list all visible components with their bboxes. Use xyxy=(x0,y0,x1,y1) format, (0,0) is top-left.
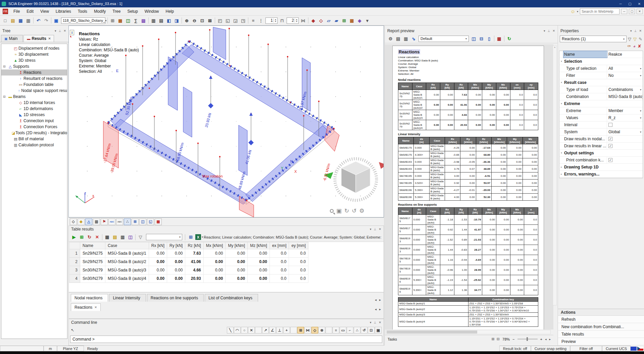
cell[interactable]: 41.06 xyxy=(185,258,203,266)
regenerate-icon[interactable]: ↻ xyxy=(86,233,93,241)
clipboard-icon[interactable]: ⊞ xyxy=(109,17,116,24)
zoom-in-icon[interactable]: ⊕ xyxy=(183,17,191,24)
cell[interactable]: 4 xyxy=(69,274,80,283)
snap-perpendicular-icon[interactable]: ⊥ xyxy=(276,327,283,334)
table-composer-icon[interactable]: ⊞ xyxy=(132,218,139,225)
property-row[interactable]: Draw results in nodal... xyxy=(559,136,643,143)
collapse-icon[interactable]: ▾ xyxy=(544,29,545,33)
menu-item[interactable]: Tree xyxy=(109,8,124,15)
menu-item[interactable]: File xyxy=(10,8,23,15)
cell[interactable]: 0.0 xyxy=(269,274,289,283)
collapse-icon[interactable]: ▾ xyxy=(55,29,56,33)
property-row[interactable]: ▸ Drawing Setup 1D xyxy=(559,164,643,171)
filter-icon[interactable]: ▽ xyxy=(137,233,144,241)
undo-icon[interactable]: ↶ xyxy=(35,17,42,24)
menu-item[interactable]: Setup xyxy=(124,8,141,15)
group-expander-icon[interactable] xyxy=(559,157,563,163)
tree-item[interactable]: ↥ Connection input xyxy=(1,118,67,124)
excel-export-icon[interactable]: X xyxy=(195,234,201,240)
rotate-view-icon[interactable]: ↻ xyxy=(344,207,349,214)
cell[interactable]: 0.00 xyxy=(248,249,270,258)
group-expander-icon[interactable]: ▾ xyxy=(559,100,563,107)
tree-item[interactable]: ◪ Tools (2D results) - Integratio xyxy=(1,130,67,136)
wireframe-icon[interactable]: ◇ xyxy=(70,218,77,225)
action-row[interactable]: New combination from Combinati... xyxy=(558,323,644,331)
filter-cell[interactable]: Filter off xyxy=(570,346,602,351)
dropdown-arrow-icon[interactable]: ▾ xyxy=(639,116,641,119)
cell[interactable]: Sn30/N279 xyxy=(80,274,105,283)
property-value[interactable]: R_z ▾ xyxy=(607,114,643,121)
polyline-icon[interactable]: ⌐ xyxy=(347,327,353,334)
tree-item[interactable]: ↑ Nodal space support resu xyxy=(1,88,67,94)
cell[interactable]: 0.00 xyxy=(167,274,185,283)
cell[interactable]: 0.00 xyxy=(248,258,270,266)
table-filter-combo[interactable]: ▾ xyxy=(146,234,182,240)
tasks-label[interactable]: Tasks xyxy=(388,337,397,341)
tree-item[interactable]: ▲ 3D stress xyxy=(1,57,67,63)
cell[interactable]: 0.0 xyxy=(269,266,289,274)
property-row[interactable]: ▸ Errors, warnings... xyxy=(559,171,643,178)
dropdown-arrow-icon[interactable]: ▾ xyxy=(639,131,641,134)
tree-item[interactable]: ▤ Bill of material xyxy=(1,136,67,142)
collapse-icon[interactable]: ▾ xyxy=(370,321,371,324)
menu-item[interactable]: Help xyxy=(162,8,178,15)
zoom-window-icon[interactable]: ⊡ xyxy=(198,17,206,24)
snap-cross-icon[interactable]: ✕ xyxy=(248,327,255,334)
cell[interactable]: 7.63 xyxy=(185,249,203,258)
load-case-spinner[interactable]: 2▲▼ xyxy=(287,17,299,24)
tree-item[interactable]: ◇ 1D internal forces xyxy=(1,100,67,106)
toolbar-icon[interactable] xyxy=(247,17,249,24)
zoom-slider[interactable] xyxy=(517,339,538,340)
fit-width-icon[interactable]: ◫ xyxy=(470,35,478,43)
group-expander-icon[interactable] xyxy=(559,72,563,79)
cell[interactable]: 0.00 xyxy=(226,249,248,258)
table-tool-icon[interactable] xyxy=(134,233,137,241)
report-vertical-scrollbar[interactable]: ˄ xyxy=(553,46,557,305)
excel-dropdown-icon[interactable]: ▾ xyxy=(202,236,203,239)
property-row[interactable]: Draw results in linear ... xyxy=(559,143,643,150)
group-expander-icon[interactable] xyxy=(559,51,563,58)
project-browser-icon[interactable]: ▣ xyxy=(52,17,60,24)
report-tool-icon[interactable] xyxy=(503,35,505,43)
cell[interactable]: 0.0 xyxy=(269,249,289,258)
menu-item[interactable]: Libraries xyxy=(52,8,75,15)
snap-icon[interactable] xyxy=(290,327,297,334)
cell[interactable]: 0.0 xyxy=(289,249,308,258)
group-expander-icon[interactable] xyxy=(559,65,563,72)
results-settings-icon[interactable]: ◇ xyxy=(317,17,325,24)
group-expander-icon[interactable] xyxy=(559,129,563,135)
property-row[interactable]: ▾ Result case xyxy=(559,79,643,86)
pin-icon[interactable]: ⊥ xyxy=(634,29,637,33)
cell[interactable]: 0.0 xyxy=(289,266,308,274)
calculation-icon[interactable]: ∑ xyxy=(132,17,140,24)
menu-item[interactable]: Modify xyxy=(91,8,109,15)
doc-minimize-button[interactable]: ─ xyxy=(621,9,627,14)
cell[interactable]: Sn29/N275 xyxy=(80,258,105,266)
group-expander-icon[interactable] xyxy=(559,107,563,114)
tree-item[interactable]: ◰ Displacement of nodes xyxy=(1,45,67,51)
pin-icon[interactable]: ⊥ xyxy=(374,321,377,324)
zoom-all-icon[interactable]: ⊠ xyxy=(206,17,214,24)
property-value[interactable]: No ▾ xyxy=(607,72,643,79)
snap-circle-icon[interactable]: ○ xyxy=(241,327,248,334)
section-grid-icon[interactable]: ▦ xyxy=(155,218,162,225)
report-horizontal-scrollbar[interactable] xyxy=(386,330,551,334)
results-diagram-icon[interactable]: ▥ xyxy=(93,218,100,225)
property-value[interactable] xyxy=(607,100,643,107)
result-type-tab[interactable]: Reactions on line supports xyxy=(147,294,204,302)
cell[interactable]: MSÚ-Sada B (auto)/3 xyxy=(105,266,149,274)
open-icon[interactable]: ▤ xyxy=(9,17,17,24)
more-icon[interactable]: ▾ xyxy=(363,17,371,24)
webhelp-search-input[interactable] xyxy=(580,8,620,14)
cell[interactable]: 0.00 xyxy=(248,274,270,283)
property-row[interactable]: Extreme Member ▾ xyxy=(559,107,643,114)
tree-item[interactable]: ⊟ ▬ Beams xyxy=(1,94,67,100)
toolbar-icon[interactable] xyxy=(181,17,183,24)
property-row[interactable]: ▾ Extreme xyxy=(559,100,643,107)
table-command-icon[interactable]: ▣ xyxy=(375,327,382,334)
cell[interactable]: 4.66 xyxy=(185,266,203,274)
info-icon[interactable]: i xyxy=(70,30,74,35)
cell[interactable]: 0.00 xyxy=(226,258,248,266)
cell[interactable]: 3 xyxy=(69,266,80,274)
property-value[interactable] xyxy=(607,79,643,86)
